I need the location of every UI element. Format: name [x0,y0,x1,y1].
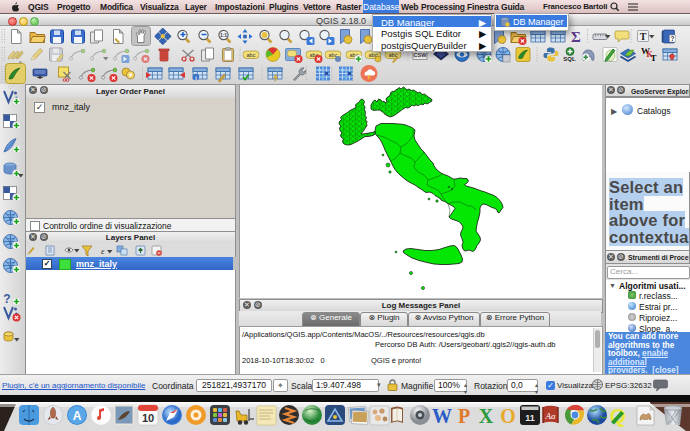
svg-text:O: O [500,405,516,427]
svg-text:P: P [458,405,470,427]
svg-text:10: 10 [142,412,154,424]
svg-text:11: 11 [525,413,535,423]
svg-text:X: X [479,405,494,427]
svg-text:?: ? [3,292,10,306]
svg-text:Aa: Aa [545,411,556,421]
svg-text:ε: ε [101,246,105,256]
svg-text:1:1: 1:1 [220,32,227,38]
svg-text:A: A [73,409,82,423]
svg-text:W: W [432,405,452,427]
